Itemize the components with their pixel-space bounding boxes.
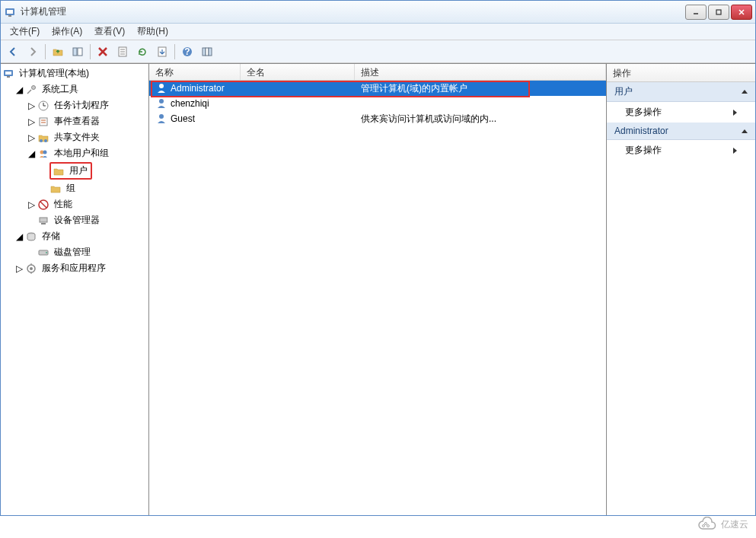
show-hide-button[interactable] [69,43,87,61]
tree-panel[interactable]: 计算机管理(本地) ◢ 系统工具 ▷ 任务计划程序 ▷ [1,64,149,515]
action-panel: 操作 用户 更多操作 Administrator 更多操作 [607,64,755,515]
delete-button[interactable] [94,43,112,61]
tree-root[interactable]: 计算机管理(本地) [2,65,147,81]
content-area: 计算机管理(本地) ◢ 系统工具 ▷ 任务计划程序 ▷ [1,63,755,515]
svg-point-24 [32,85,36,89]
list-row[interactable]: Guest供来宾访问计算机或访问域的内... [149,111,606,126]
watermark-text: 亿速云 [721,518,748,531]
expand-icon[interactable]: ▷ [27,101,36,110]
back-button[interactable] [4,43,22,61]
tree-label: 存储 [40,229,62,244]
svg-rect-22 [5,72,11,75]
column-fullname[interactable]: 全名 [241,64,355,80]
column-name[interactable]: 名称 [149,64,241,80]
expand-icon[interactable]: ▷ [27,117,36,126]
tree-task-scheduler[interactable]: ▷ 任务计划程序 [27,97,147,113]
app-icon [4,6,16,18]
tree-device-manager[interactable]: 设备管理器 [27,212,147,228]
user-icon [155,82,167,94]
action-section-users[interactable]: 用户 [607,82,755,102]
expand-icon[interactable]: ▷ [27,133,36,142]
svg-text:?: ? [184,46,190,57]
main-window: 计算机管理 文件(F) 操作(A) 查看(V) 帮助(H) ? [0,0,756,516]
menu-help[interactable]: 帮助(H) [131,24,174,40]
tree-local-users-groups[interactable]: ◢ 本地用户和组 [27,145,147,161]
action-more-actions-2[interactable]: 更多操作 [607,140,755,161]
cell-description: 供来宾访问计算机或访问域的内... [355,111,606,127]
list-body[interactable]: Administrator管理计算机(域)的内置帐户chenzhiqiGuest… [149,81,606,515]
action-more-actions[interactable]: 更多操作 [607,102,755,123]
tree-label: 设备管理器 [53,213,101,228]
tree-label: 组 [65,181,77,196]
properties-button[interactable] [113,43,132,61]
toolbar: ? [1,40,755,63]
minimize-button[interactable] [685,5,707,20]
tree-label: 计算机管理(本地) [18,66,91,81]
action-section-administrator[interactable]: Administrator [607,123,755,140]
up-button[interactable] [49,43,67,61]
close-button[interactable] [731,5,752,20]
highlight-box: 用户 [49,162,92,180]
svg-rect-20 [209,48,212,56]
tree-label: 本地用户和组 [53,146,110,161]
menu-view[interactable]: 查看(V) [88,24,131,40]
tree-services-apps[interactable]: ▷ 服务和应用程序 [14,260,147,276]
tree-storage[interactable]: ◢ 存储 [14,228,147,244]
disk-icon [37,247,49,259]
device-icon [37,215,49,227]
refresh-button[interactable] [133,43,152,61]
titlebar: 计算机管理 [1,1,755,24]
list-row[interactable]: chenzhiqi [149,96,606,111]
tree-users[interactable]: 用户 [39,161,147,180]
user-name: Guest [171,113,195,124]
svg-point-48 [159,114,164,119]
expand-icon[interactable]: ▷ [27,200,36,209]
svg-rect-8 [78,48,82,56]
tree-event-viewer[interactable]: ▷ 事件查看器 [27,113,147,129]
cell-name: chenzhiqi [149,96,241,111]
user-name: Administrator [171,83,225,94]
collapse-icon[interactable]: ◢ [14,232,24,241]
export-button[interactable] [153,43,171,61]
action-label: 更多操作 [625,106,662,119]
maximize-button[interactable] [708,5,729,20]
svg-point-47 [159,99,164,103]
tree-label: 服务和应用程序 [40,261,107,275]
svg-rect-28 [40,118,47,126]
collapse-icon [742,129,748,133]
collapse-icon[interactable]: ◢ [27,149,36,158]
menubar: 文件(F) 操作(A) 查看(V) 帮助(H) [1,24,755,40]
svg-rect-19 [206,48,209,56]
folder-icon [53,165,65,177]
tree-system-tools[interactable]: ◢ 系统工具 [14,81,147,97]
list-header: 名称 全名 描述 [149,64,606,81]
help-button[interactable]: ? [178,43,196,61]
cell-name: Guest [149,111,241,126]
column-description[interactable]: 描述 [355,64,606,80]
tree-label: 磁盘管理 [53,245,92,259]
tree-groups[interactable]: 组 [39,180,147,196]
collapse-icon[interactable]: ◢ [14,85,24,94]
menu-action[interactable]: 操作(A) [46,24,88,40]
view-panels-button[interactable] [198,43,216,61]
shared-folder-icon [37,132,49,144]
collapse-icon [742,90,748,94]
forward-button[interactable] [24,43,42,61]
menu-file[interactable]: 文件(F) [4,24,46,40]
action-section-label: Administrator [614,126,668,136]
list-row[interactable]: Administrator管理计算机(域)的内置帐户 [149,81,606,96]
folder-icon [49,183,62,195]
tree-performance[interactable]: ▷ 性能 [27,196,147,212]
svg-rect-1 [7,10,13,14]
computer-icon [2,68,14,80]
expand-icon[interactable]: ▷ [14,264,24,273]
cell-fullname [241,117,355,120]
tree-disk-management[interactable]: 磁盘管理 [27,244,147,260]
action-label: 更多操作 [625,144,662,157]
toolbar-separator [45,44,46,59]
svg-point-31 [40,139,43,142]
svg-point-41 [46,252,47,253]
tree-shared-folders[interactable]: ▷ 共享文件夹 [27,129,147,145]
list-panel: 名称 全名 描述 Administrator管理计算机(域)的内置帐户chenz… [149,64,607,515]
svg-rect-37 [40,218,47,222]
